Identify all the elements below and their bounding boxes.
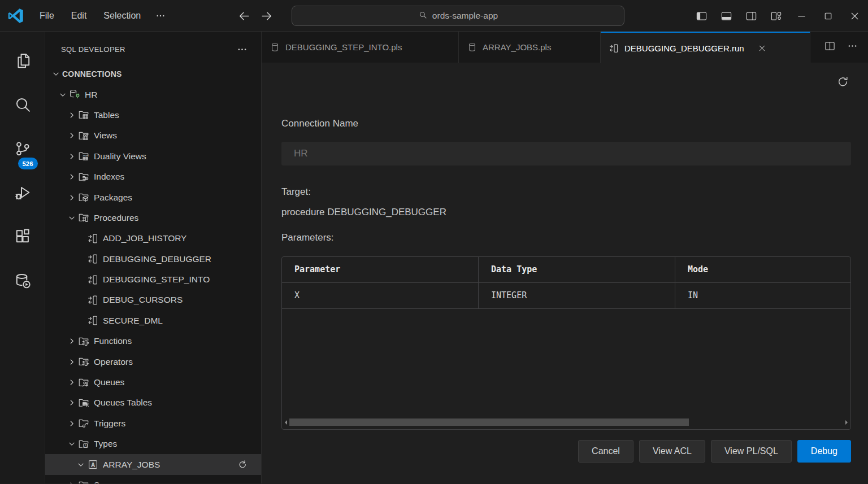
tree-item-debugging-debugger[interactable]: DEBUGGING_DEBUGGER — [45, 249, 261, 269]
sidebar: SQL DEVELOPER CONNECTIONSHRTablesViewsJS… — [45, 32, 262, 483]
tree-item-functions[interactable]: Functions — [45, 331, 261, 351]
forward-button[interactable] — [261, 10, 274, 23]
view-pl-sql-button[interactable]: View PL/SQL — [711, 440, 792, 463]
parameters-table: ParameterData TypeMode XINTEGERIN — [281, 256, 851, 430]
scroll-left-arrow[interactable] — [285, 420, 287, 425]
sidebar-title: SQL DEVELOPER — [61, 45, 237, 54]
svg-text:A: A — [91, 462, 95, 468]
activity-item-extensions[interactable] — [0, 216, 45, 260]
tree-item-add-job-history[interactable]: ADD_JOB_HISTORY — [45, 228, 261, 248]
tree-item-connections[interactable]: CONNECTIONS — [45, 64, 261, 84]
tree-item-debugging-step-into[interactable]: DEBUGGING_STEP_INTO — [45, 269, 261, 290]
refresh-button[interactable] — [836, 75, 849, 90]
menu-file[interactable]: File — [33, 8, 61, 24]
menu-bar: FileEditSelection — [33, 0, 170, 32]
tree-item-debug-cursors[interactable]: DEBUG_CURSORS — [45, 290, 261, 310]
tree-item-packages[interactable]: Packages — [45, 187, 261, 207]
editor-more-actions-button[interactable] — [847, 41, 858, 54]
folder-functions-icon — [78, 335, 90, 347]
activity-item-sql-developer[interactable] — [0, 260, 45, 304]
tree-item-operators[interactable]: Operators — [45, 351, 261, 372]
tree-item-views[interactable]: Views — [45, 125, 261, 146]
sidebar-more-actions-button[interactable] — [237, 44, 248, 55]
back-button[interactable] — [237, 10, 250, 23]
svg-text:A: A — [84, 444, 86, 447]
target-label: Target: — [281, 186, 311, 198]
tree-item-triggers[interactable]: Triggers — [45, 413, 261, 434]
activity-item-explorer[interactable] — [0, 40, 45, 84]
folder-triggers-icon — [78, 417, 90, 429]
menu-edit[interactable]: Edit — [64, 8, 94, 24]
cancel-button[interactable]: Cancel — [578, 440, 633, 463]
menu-selection[interactable]: Selection — [97, 8, 147, 24]
chevron-right-icon — [66, 356, 78, 368]
column-header-data-type: Data Type — [478, 257, 675, 282]
close-icon[interactable] — [841, 0, 868, 32]
refresh-node-button[interactable] — [237, 459, 248, 470]
tree-item-array-jobs[interactable]: AARRAY_JOBS — [45, 454, 261, 474]
tree-item-label: ADD_JOB_HISTORY — [103, 233, 186, 243]
run-and-debug-icon — [14, 184, 32, 204]
toggle-primary-sidebar-icon[interactable] — [689, 0, 714, 32]
tree-item-label: Triggers — [94, 418, 125, 429]
activity-item-search[interactable] — [0, 84, 45, 128]
parameter-row[interactable]: XINTEGERIN — [282, 283, 850, 309]
close-tab-button[interactable] — [757, 43, 767, 53]
tree-item-procedures[interactable]: Procedures — [45, 208, 261, 228]
tab-label: DEBUGGING_DEBUGGER.run — [624, 43, 744, 53]
tree-item-label: Queues — [94, 377, 124, 387]
tree-item-queues-tables[interactable]: Queues Tables — [45, 393, 261, 413]
search-icon — [418, 10, 428, 22]
tree-item-label: Sequences — [94, 480, 138, 483]
connection-name-input[interactable]: HR — [281, 142, 851, 165]
column-header-mode: Mode — [675, 257, 850, 282]
scrollbar-thumb[interactable] — [289, 418, 689, 426]
split-editor-button[interactable] — [824, 40, 836, 54]
window-controls — [689, 0, 868, 32]
toggle-panel-icon[interactable] — [714, 0, 739, 32]
cell: X — [282, 283, 478, 308]
tab-array-jobs-pls[interactable]: ARRAY_JOBS.pls — [459, 32, 601, 63]
activity-item-run-and-debug[interactable] — [0, 172, 45, 216]
tree-item-label: Indexes — [94, 172, 124, 182]
chevron-right-icon — [66, 417, 78, 430]
minimize-icon[interactable] — [788, 0, 815, 32]
chevron-down-icon — [57, 89, 69, 101]
chevron-right-icon — [66, 191, 78, 204]
tree-item-hr[interactable]: HR — [45, 84, 261, 104]
tree-item-label: Queues Tables — [94, 398, 152, 408]
search-icon — [14, 95, 32, 116]
tab-label: DEBUGGING_STEP_INTO.pls — [285, 42, 402, 52]
tree-item-duality-views[interactable]: JSONDuality Views — [45, 146, 261, 167]
toggle-secondary-sidebar-icon[interactable] — [739, 0, 763, 32]
menu-overflow-button[interactable] — [151, 8, 170, 24]
activity-item-source-control[interactable]: 526 — [0, 128, 45, 172]
tab-debugging-step-into-pls[interactable]: DEBUGGING_STEP_INTO.pls — [262, 32, 459, 63]
tree-item-queues[interactable]: Queues — [45, 372, 261, 393]
chevron-down-icon — [50, 68, 62, 80]
maximize-icon[interactable] — [815, 0, 841, 32]
debug-button[interactable]: Debug — [797, 440, 851, 463]
procedure-icon — [87, 294, 99, 306]
horizontal-scrollbar[interactable] — [285, 418, 848, 426]
folder-indexes-icon — [78, 171, 90, 183]
customize-layout-icon[interactable] — [763, 0, 788, 32]
folder-tables-icon — [78, 109, 90, 121]
view-acl-button[interactable]: View ACL — [639, 440, 705, 463]
chevron-right-icon — [66, 335, 78, 347]
folder-queues-tables-icon — [78, 397, 90, 409]
chevron-right-icon — [66, 479, 78, 483]
scroll-right-arrow[interactable] — [845, 420, 848, 425]
chevron-spacer — [75, 232, 87, 245]
tree-item-secure-dml[interactable]: SECURE_DML — [45, 311, 261, 331]
db-file-icon — [270, 42, 280, 53]
tree-item-indexes[interactable]: Indexes — [45, 167, 261, 187]
tree-item-types[interactable]: ATypes — [45, 434, 261, 454]
sql-developer-icon — [14, 272, 32, 292]
tree-item-tables[interactable]: Tables — [45, 105, 261, 125]
command-center-search[interactable]: ords-sample-app — [292, 6, 624, 26]
tab-debugging-debugger-run[interactable]: DEBUGGING_DEBUGGER.run — [601, 32, 810, 63]
sidebar-header: SQL DEVELOPER — [45, 32, 261, 64]
tree-item-label: Procedures — [94, 213, 138, 223]
tree-item-sequences[interactable]: 12Sequences — [45, 475, 261, 483]
